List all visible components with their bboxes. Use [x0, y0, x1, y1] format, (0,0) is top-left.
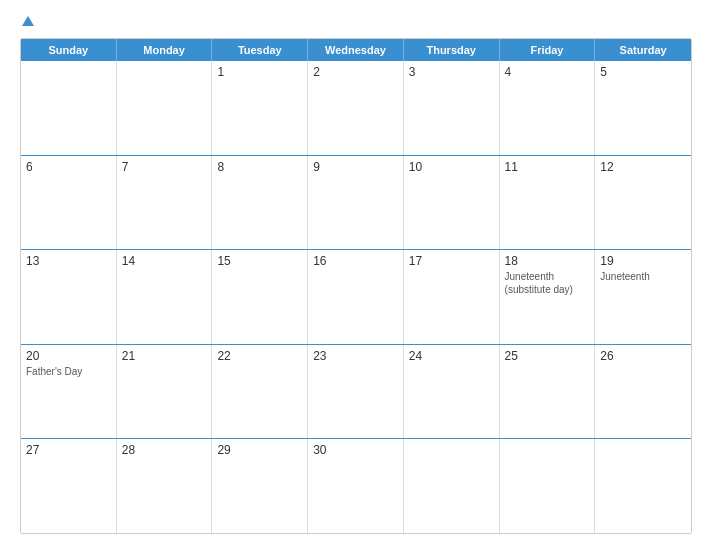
- day-event: Juneteenth (substitute day): [505, 270, 590, 296]
- day-number: 21: [122, 349, 207, 363]
- day-event: Juneteenth: [600, 270, 686, 283]
- cal-cell: 18Juneteenth (substitute day): [500, 250, 596, 344]
- cal-cell: 22: [212, 345, 308, 439]
- cal-cell: 20Father's Day: [21, 345, 117, 439]
- cal-cell: [595, 439, 691, 533]
- day-number: 2: [313, 65, 398, 79]
- cal-header-day: Tuesday: [212, 39, 308, 61]
- cal-week: 20Father's Day212223242526: [21, 345, 691, 440]
- cal-cell: 17: [404, 250, 500, 344]
- logo-triangle-icon: [22, 16, 34, 26]
- cal-week: 131415161718Juneteenth (substitute day)1…: [21, 250, 691, 345]
- day-number: 25: [505, 349, 590, 363]
- cal-cell: 26: [595, 345, 691, 439]
- day-number: 16: [313, 254, 398, 268]
- cal-cell: [21, 61, 117, 155]
- cal-cell: 25: [500, 345, 596, 439]
- day-number: 13: [26, 254, 111, 268]
- day-number: 26: [600, 349, 686, 363]
- cal-cell: 12: [595, 156, 691, 250]
- cal-cell: 6: [21, 156, 117, 250]
- cal-week: 27282930: [21, 439, 691, 533]
- cal-week: 6789101112: [21, 156, 691, 251]
- calendar-header: SundayMondayTuesdayWednesdayThursdayFrid…: [21, 39, 691, 61]
- cal-cell: [500, 439, 596, 533]
- cal-cell: 1: [212, 61, 308, 155]
- cal-cell: 4: [500, 61, 596, 155]
- cal-cell: 27: [21, 439, 117, 533]
- calendar-grid: SundayMondayTuesdayWednesdayThursdayFrid…: [20, 38, 692, 534]
- day-number: 19: [600, 254, 686, 268]
- cal-header-day: Saturday: [595, 39, 691, 61]
- day-event: Father's Day: [26, 365, 111, 378]
- day-number: 11: [505, 160, 590, 174]
- day-number: 15: [217, 254, 302, 268]
- day-number: 23: [313, 349, 398, 363]
- cal-cell: 21: [117, 345, 213, 439]
- page-header: [20, 16, 692, 26]
- cal-cell: [404, 439, 500, 533]
- cal-cell: 29: [212, 439, 308, 533]
- calendar-page: SundayMondayTuesdayWednesdayThursdayFrid…: [0, 0, 712, 550]
- cal-cell: 13: [21, 250, 117, 344]
- cal-cell: 24: [404, 345, 500, 439]
- day-number: 29: [217, 443, 302, 457]
- calendar-body: 123456789101112131415161718Juneteenth (s…: [21, 61, 691, 533]
- day-number: 5: [600, 65, 686, 79]
- cal-cell: 7: [117, 156, 213, 250]
- cal-cell: 9: [308, 156, 404, 250]
- cal-header-day: Sunday: [21, 39, 117, 61]
- day-number: 12: [600, 160, 686, 174]
- day-number: 9: [313, 160, 398, 174]
- cal-cell: 11: [500, 156, 596, 250]
- cal-cell: 16: [308, 250, 404, 344]
- day-number: 8: [217, 160, 302, 174]
- day-number: 30: [313, 443, 398, 457]
- cal-header-day: Friday: [500, 39, 596, 61]
- cal-header-day: Monday: [117, 39, 213, 61]
- day-number: 6: [26, 160, 111, 174]
- day-number: 10: [409, 160, 494, 174]
- day-number: 18: [505, 254, 590, 268]
- cal-cell: 28: [117, 439, 213, 533]
- logo-row: [20, 16, 34, 26]
- logo: [20, 16, 34, 26]
- cal-header-day: Wednesday: [308, 39, 404, 61]
- cal-cell: 3: [404, 61, 500, 155]
- day-number: 3: [409, 65, 494, 79]
- cal-header-day: Thursday: [404, 39, 500, 61]
- cal-cell: [117, 61, 213, 155]
- day-number: 20: [26, 349, 111, 363]
- cal-cell: 30: [308, 439, 404, 533]
- cal-cell: 5: [595, 61, 691, 155]
- day-number: 27: [26, 443, 111, 457]
- cal-week: 12345: [21, 61, 691, 156]
- cal-cell: 8: [212, 156, 308, 250]
- day-number: 14: [122, 254, 207, 268]
- day-number: 22: [217, 349, 302, 363]
- day-number: 1: [217, 65, 302, 79]
- cal-cell: 14: [117, 250, 213, 344]
- day-number: 4: [505, 65, 590, 79]
- cal-cell: 19Juneteenth: [595, 250, 691, 344]
- cal-cell: 23: [308, 345, 404, 439]
- day-number: 7: [122, 160, 207, 174]
- day-number: 17: [409, 254, 494, 268]
- cal-cell: 10: [404, 156, 500, 250]
- day-number: 24: [409, 349, 494, 363]
- cal-cell: 15: [212, 250, 308, 344]
- day-number: 28: [122, 443, 207, 457]
- cal-cell: 2: [308, 61, 404, 155]
